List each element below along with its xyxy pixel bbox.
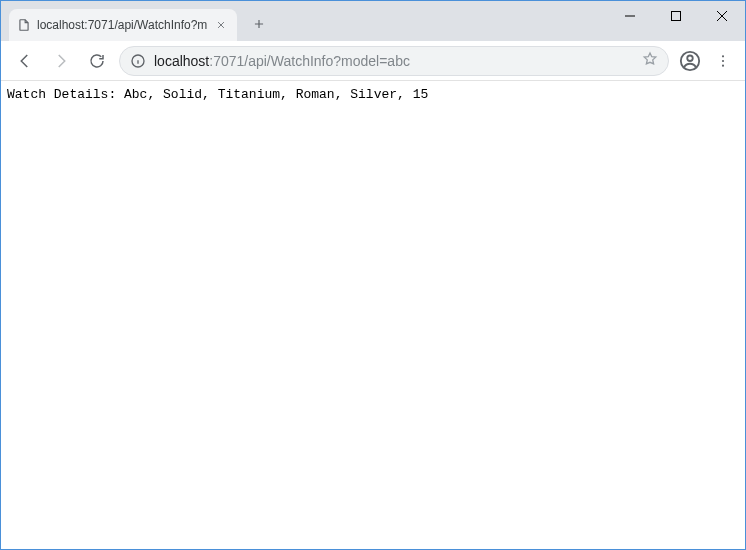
url-rest: :7071/api/WatchInfo?model=abc [209,53,410,69]
browser-toolbar: localhost:7071/api/WatchInfo?model=abc [1,41,745,81]
svg-point-6 [722,55,724,57]
forward-button[interactable] [47,47,75,75]
reload-button[interactable] [83,47,111,75]
bookmark-star-icon[interactable] [642,51,658,70]
browser-tab[interactable]: localhost:7071/api/WatchInfo?m [9,9,237,41]
tab-close-button[interactable] [213,17,229,33]
profile-avatar-icon[interactable] [677,48,703,74]
page-body-text: Watch Details: Abc, Solid, Titanium, Rom… [1,81,745,108]
svg-rect-0 [672,12,681,21]
svg-point-5 [687,55,693,61]
tab-title: localhost:7071/api/WatchInfo?m [37,18,207,32]
maximize-button[interactable] [653,1,699,31]
url-text: localhost:7071/api/WatchInfo?model=abc [154,53,634,69]
back-button[interactable] [11,47,39,75]
close-window-button[interactable] [699,1,745,31]
page-icon [17,18,31,32]
site-info-icon[interactable] [130,53,146,69]
window-controls [607,1,745,33]
url-host: localhost [154,53,209,69]
svg-point-7 [722,59,724,61]
titlebar: localhost:7071/api/WatchInfo?m [1,1,745,41]
menu-button[interactable] [711,49,735,73]
address-bar[interactable]: localhost:7071/api/WatchInfo?model=abc [119,46,669,76]
new-tab-button[interactable] [245,10,273,38]
minimize-button[interactable] [607,1,653,31]
svg-point-8 [722,64,724,66]
